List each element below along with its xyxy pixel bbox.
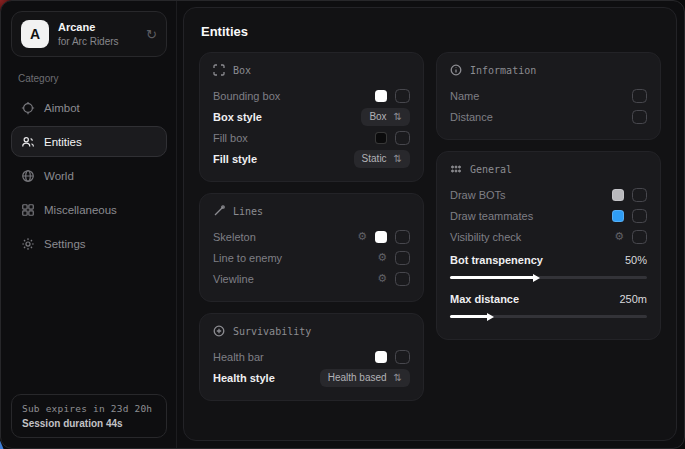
grid-icon bbox=[21, 203, 35, 217]
general-panel: General Draw BOTs Draw teammates bbox=[436, 151, 661, 340]
sidebar-item-label: Miscellaneous bbox=[44, 204, 117, 216]
panel-title: Lines bbox=[233, 206, 263, 217]
box-style-label: Box style bbox=[213, 111, 262, 123]
globe-icon bbox=[21, 169, 35, 183]
entities-icon bbox=[21, 135, 35, 149]
panel-title: General bbox=[470, 164, 512, 175]
slider-thumb[interactable] bbox=[487, 313, 494, 321]
subscription-card: Sub expires in 23d 20h Session duration … bbox=[11, 394, 167, 438]
sidebar-item-entities[interactable]: Entities bbox=[11, 126, 167, 157]
setting-row-visibility-check: Visibility check ⚙ bbox=[450, 226, 647, 247]
app-subtitle: for Arc Riders bbox=[58, 36, 137, 48]
app-name: Arcane bbox=[58, 21, 137, 34]
health-style-label: Health style bbox=[213, 372, 275, 384]
sidebar-item-world[interactable]: World bbox=[11, 160, 167, 191]
fill-box-color-swatch[interactable] bbox=[375, 132, 387, 144]
chevron-updown-icon: ⇅ bbox=[394, 153, 402, 164]
panel-title: Box bbox=[233, 65, 251, 76]
setting-row-fill-box: Fill box bbox=[213, 127, 410, 148]
sidebar: A Arcane for Arc Riders ↻ Category Aimbo… bbox=[1, 1, 177, 448]
crosshair-icon bbox=[21, 101, 35, 115]
viewline-config-gear-icon[interactable]: ⚙ bbox=[377, 273, 387, 284]
sidebar-item-label: World bbox=[44, 170, 74, 182]
draw-bots-label: Draw BOTs bbox=[450, 189, 506, 201]
sidebar-item-label: Settings bbox=[44, 238, 86, 250]
max-distance-value: 250m bbox=[619, 293, 647, 305]
app-logo: A bbox=[21, 20, 49, 48]
setting-row-box-style: Box style Box ⇅ bbox=[213, 106, 410, 127]
sidebar-item-label: Aimbot bbox=[44, 102, 80, 114]
app-window: A Arcane for Arc Riders ↻ Category Aimbo… bbox=[0, 0, 685, 449]
bounding-box-color-swatch[interactable] bbox=[375, 90, 387, 102]
visibility-check-label: Visibility check bbox=[450, 231, 521, 243]
skeleton-checkbox[interactable] bbox=[395, 230, 410, 244]
sidebar-item-label: Entities bbox=[44, 136, 82, 148]
refresh-icon[interactable]: ↻ bbox=[146, 27, 157, 42]
setting-row-name: Name bbox=[450, 85, 647, 106]
health-style-value: Health based bbox=[328, 372, 387, 383]
health-icon bbox=[213, 325, 225, 337]
draw-bots-color-swatch[interactable] bbox=[612, 189, 624, 201]
bot-transparency-label: Bot transpenency bbox=[450, 254, 543, 266]
sidebar-item-aimbot[interactable]: Aimbot bbox=[11, 92, 167, 123]
box-style-dropdown[interactable]: Box ⇅ bbox=[361, 108, 410, 126]
fill-style-value: Static bbox=[362, 153, 387, 164]
main-panel: Entities Box Bounding box bbox=[183, 7, 677, 441]
line-to-enemy-config-gear-icon[interactable]: ⚙ bbox=[377, 252, 387, 263]
survivability-panel: Survivability Health bar Health style He… bbox=[199, 313, 424, 401]
sidebar-item-miscellaneous[interactable]: Miscellaneous bbox=[11, 194, 167, 225]
panel-title: Information bbox=[470, 65, 536, 76]
session-duration-text: Session duration 44s bbox=[22, 418, 156, 429]
visibility-check-checkbox[interactable] bbox=[632, 230, 647, 244]
fill-style-dropdown[interactable]: Static ⇅ bbox=[354, 150, 410, 168]
draw-teammates-checkbox[interactable] bbox=[632, 209, 647, 223]
bot-transparency-group: Bot transpenency 50% bbox=[450, 249, 647, 279]
viewline-label: Viewline bbox=[213, 273, 254, 285]
name-checkbox[interactable] bbox=[632, 89, 647, 103]
box-panel: Box Bounding box Box style Box ⇅ bbox=[199, 52, 424, 182]
health-bar-checkbox[interactable] bbox=[395, 350, 410, 364]
sidebar-item-settings[interactable]: Settings bbox=[11, 228, 167, 259]
health-style-dropdown[interactable]: Health based ⇅ bbox=[320, 369, 410, 387]
skeleton-color-swatch[interactable] bbox=[375, 231, 387, 243]
fill-box-label: Fill box bbox=[213, 132, 248, 144]
draw-teammates-color-swatch[interactable] bbox=[612, 210, 624, 222]
setting-row-health-bar: Health bar bbox=[213, 346, 410, 367]
slider-thumb[interactable] bbox=[533, 274, 540, 282]
bounding-box-checkbox[interactable] bbox=[395, 89, 410, 103]
visibility-check-config-gear-icon[interactable]: ⚙ bbox=[614, 231, 624, 242]
page-title: Entities bbox=[201, 24, 661, 39]
max-distance-group: Max distance 250m bbox=[450, 288, 647, 318]
setting-row-viewline: Viewline ⚙ bbox=[213, 268, 410, 289]
line-to-enemy-checkbox[interactable] bbox=[395, 251, 410, 265]
max-distance-slider[interactable] bbox=[450, 315, 647, 318]
bounding-box-label: Bounding box bbox=[213, 90, 280, 102]
line-to-enemy-label: Line to enemy bbox=[213, 252, 282, 264]
skeleton-config-gear-icon[interactable]: ⚙ bbox=[357, 231, 367, 242]
chevron-updown-icon: ⇅ bbox=[394, 372, 402, 383]
setting-row-distance: Distance bbox=[450, 106, 647, 127]
health-bar-label: Health bar bbox=[213, 351, 264, 363]
setting-row-skeleton: Skeleton ⚙ bbox=[213, 226, 410, 247]
dots-grid-icon bbox=[450, 163, 462, 175]
box-style-value: Box bbox=[369, 111, 386, 122]
sub-expiry-text: Sub expires in 23d 20h bbox=[22, 403, 156, 414]
draw-bots-checkbox[interactable] bbox=[632, 188, 647, 202]
setting-row-draw-teammates: Draw teammates bbox=[450, 205, 647, 226]
category-label: Category bbox=[18, 73, 167, 84]
fill-box-checkbox[interactable] bbox=[395, 131, 410, 145]
fill-style-label: Fill style bbox=[213, 153, 257, 165]
viewline-checkbox[interactable] bbox=[395, 272, 410, 286]
setting-row-health-style: Health style Health based ⇅ bbox=[213, 367, 410, 388]
info-icon bbox=[450, 64, 462, 76]
chevron-updown-icon: ⇅ bbox=[394, 111, 402, 122]
panel-title: Survivability bbox=[233, 326, 311, 337]
distance-checkbox[interactable] bbox=[632, 110, 647, 124]
skeleton-label: Skeleton bbox=[213, 231, 256, 243]
gear-icon bbox=[21, 237, 35, 251]
box-corners-icon bbox=[213, 64, 225, 76]
health-bar-color-swatch[interactable] bbox=[375, 351, 387, 363]
name-label: Name bbox=[450, 90, 479, 102]
lines-panel: Lines Skeleton ⚙ Line to enemy ⚙ bbox=[199, 193, 424, 302]
bot-transparency-slider[interactable] bbox=[450, 276, 647, 279]
